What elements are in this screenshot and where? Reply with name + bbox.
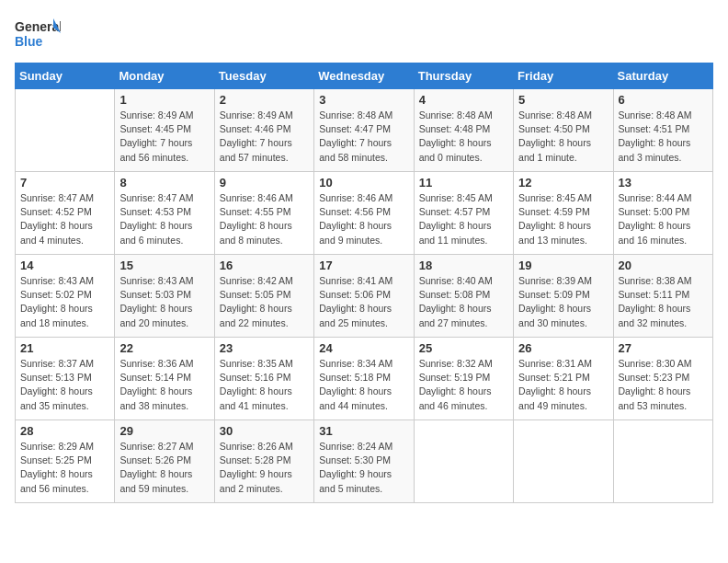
- day-number: 29: [119, 424, 209, 438]
- day-cell: 2Sunrise: 8:49 AM Sunset: 4:46 PM Daylig…: [214, 89, 313, 172]
- day-cell: 22Sunrise: 8:36 AM Sunset: 5:14 PM Dayli…: [115, 338, 214, 420]
- column-header-saturday: Saturday: [613, 63, 712, 89]
- day-info: Sunrise: 8:43 AM Sunset: 5:03 PM Dayligh…: [119, 274, 209, 330]
- day-cell: 26Sunrise: 8:31 AM Sunset: 5:21 PM Dayli…: [514, 338, 613, 420]
- day-cell: 10Sunrise: 8:46 AM Sunset: 4:56 PM Dayli…: [314, 172, 414, 255]
- day-number: 24: [319, 341, 408, 355]
- day-info: Sunrise: 8:47 AM Sunset: 4:52 PM Dayligh…: [20, 191, 109, 247]
- day-info: Sunrise: 8:47 AM Sunset: 4:53 PM Dayligh…: [119, 191, 209, 247]
- day-info: Sunrise: 8:44 AM Sunset: 5:00 PM Dayligh…: [619, 191, 708, 247]
- day-number: 12: [518, 176, 608, 190]
- day-info: Sunrise: 8:42 AM Sunset: 5:05 PM Dayligh…: [220, 274, 309, 330]
- calendar-table: SundayMondayTuesdayWednesdayThursdayFrid…: [15, 63, 713, 503]
- day-number: 6: [619, 93, 708, 107]
- day-info: Sunrise: 8:38 AM Sunset: 5:11 PM Dayligh…: [619, 274, 708, 330]
- day-number: 9: [220, 176, 309, 190]
- day-number: 19: [518, 259, 608, 272]
- day-number: 14: [20, 259, 109, 272]
- day-info: Sunrise: 8:40 AM Sunset: 5:08 PM Dayligh…: [419, 274, 508, 330]
- day-info: Sunrise: 8:49 AM Sunset: 4:45 PM Dayligh…: [119, 109, 209, 165]
- day-info: Sunrise: 8:30 AM Sunset: 5:23 PM Dayligh…: [619, 357, 708, 413]
- week-row-5: 28Sunrise: 8:29 AM Sunset: 5:25 PM Dayli…: [16, 420, 713, 503]
- day-cell: 13Sunrise: 8:44 AM Sunset: 5:00 PM Dayli…: [613, 172, 712, 255]
- day-number: 21: [20, 341, 109, 355]
- day-cell: 3Sunrise: 8:48 AM Sunset: 4:47 PM Daylig…: [314, 89, 414, 172]
- day-info: Sunrise: 8:46 AM Sunset: 4:55 PM Dayligh…: [220, 191, 309, 247]
- column-header-tuesday: Tuesday: [214, 63, 313, 89]
- day-number: 23: [220, 341, 309, 355]
- day-number: 5: [518, 93, 608, 107]
- day-number: 30: [220, 424, 309, 438]
- day-cell: 24Sunrise: 8:34 AM Sunset: 5:18 PM Dayli…: [314, 338, 414, 420]
- day-info: Sunrise: 8:48 AM Sunset: 4:47 PM Dayligh…: [319, 109, 408, 165]
- day-info: Sunrise: 8:48 AM Sunset: 4:48 PM Dayligh…: [419, 109, 508, 165]
- header-row: SundayMondayTuesdayWednesdayThursdayFrid…: [16, 63, 713, 89]
- day-number: 28: [20, 424, 109, 438]
- week-row-1: 1Sunrise: 8:49 AM Sunset: 4:45 PM Daylig…: [16, 89, 713, 172]
- day-info: Sunrise: 8:43 AM Sunset: 5:02 PM Dayligh…: [20, 274, 109, 330]
- day-cell: 7Sunrise: 8:47 AM Sunset: 4:52 PM Daylig…: [16, 172, 115, 255]
- day-cell: 30Sunrise: 8:26 AM Sunset: 5:28 PM Dayli…: [214, 420, 313, 503]
- day-number: 20: [619, 259, 708, 272]
- day-number: 1: [119, 93, 209, 107]
- day-number: 16: [220, 259, 309, 272]
- day-cell: 17Sunrise: 8:41 AM Sunset: 5:06 PM Dayli…: [314, 255, 414, 338]
- day-number: 13: [619, 176, 708, 190]
- logo: GeneralBlue: [15, 15, 61, 55]
- day-number: 10: [319, 176, 408, 190]
- week-row-4: 21Sunrise: 8:37 AM Sunset: 5:13 PM Dayli…: [16, 338, 713, 420]
- week-row-2: 7Sunrise: 8:47 AM Sunset: 4:52 PM Daylig…: [16, 172, 713, 255]
- day-cell: 20Sunrise: 8:38 AM Sunset: 5:11 PM Dayli…: [613, 255, 712, 338]
- day-cell: 4Sunrise: 8:48 AM Sunset: 4:48 PM Daylig…: [414, 89, 513, 172]
- day-number: 22: [119, 341, 209, 355]
- day-cell: 19Sunrise: 8:39 AM Sunset: 5:09 PM Dayli…: [514, 255, 613, 338]
- day-cell: 1Sunrise: 8:49 AM Sunset: 4:45 PM Daylig…: [115, 89, 214, 172]
- day-info: Sunrise: 8:46 AM Sunset: 4:56 PM Dayligh…: [319, 191, 408, 247]
- day-info: Sunrise: 8:35 AM Sunset: 5:16 PM Dayligh…: [220, 357, 309, 413]
- day-number: 18: [419, 259, 508, 272]
- column-header-sunday: Sunday: [16, 63, 115, 89]
- day-number: 8: [119, 176, 209, 190]
- day-cell: 6Sunrise: 8:48 AM Sunset: 4:51 PM Daylig…: [613, 89, 712, 172]
- day-cell: 21Sunrise: 8:37 AM Sunset: 5:13 PM Dayli…: [16, 338, 115, 420]
- day-cell: [16, 89, 115, 172]
- day-number: 26: [518, 341, 608, 355]
- day-info: Sunrise: 8:24 AM Sunset: 5:30 PM Dayligh…: [319, 440, 408, 496]
- header: GeneralBlue: [15, 15, 713, 55]
- day-number: 3: [319, 93, 408, 107]
- day-number: 15: [119, 259, 209, 272]
- column-header-monday: Monday: [115, 63, 214, 89]
- day-info: Sunrise: 8:29 AM Sunset: 5:25 PM Dayligh…: [20, 440, 109, 496]
- day-cell: 31Sunrise: 8:24 AM Sunset: 5:30 PM Dayli…: [314, 420, 414, 503]
- logo-icon: GeneralBlue: [15, 15, 61, 55]
- svg-text:Blue: Blue: [15, 34, 43, 49]
- day-cell: 23Sunrise: 8:35 AM Sunset: 5:16 PM Dayli…: [214, 338, 313, 420]
- day-number: 27: [619, 341, 708, 355]
- day-info: Sunrise: 8:27 AM Sunset: 5:26 PM Dayligh…: [119, 440, 209, 496]
- day-info: Sunrise: 8:31 AM Sunset: 5:21 PM Dayligh…: [518, 357, 608, 413]
- day-info: Sunrise: 8:49 AM Sunset: 4:46 PM Dayligh…: [220, 109, 309, 165]
- day-number: 25: [419, 341, 508, 355]
- day-info: Sunrise: 8:48 AM Sunset: 4:50 PM Dayligh…: [518, 109, 608, 165]
- day-info: Sunrise: 8:34 AM Sunset: 5:18 PM Dayligh…: [319, 357, 408, 413]
- day-cell: 28Sunrise: 8:29 AM Sunset: 5:25 PM Dayli…: [16, 420, 115, 503]
- day-cell: 16Sunrise: 8:42 AM Sunset: 5:05 PM Dayli…: [214, 255, 313, 338]
- column-header-wednesday: Wednesday: [314, 63, 414, 89]
- day-cell: [613, 420, 712, 503]
- day-info: Sunrise: 8:45 AM Sunset: 4:57 PM Dayligh…: [419, 191, 508, 247]
- day-info: Sunrise: 8:41 AM Sunset: 5:06 PM Dayligh…: [319, 274, 408, 330]
- day-info: Sunrise: 8:36 AM Sunset: 5:14 PM Dayligh…: [119, 357, 209, 413]
- day-cell: 5Sunrise: 8:48 AM Sunset: 4:50 PM Daylig…: [514, 89, 613, 172]
- day-number: 4: [419, 93, 508, 107]
- week-row-3: 14Sunrise: 8:43 AM Sunset: 5:02 PM Dayli…: [16, 255, 713, 338]
- day-cell: [414, 420, 513, 503]
- day-cell: 8Sunrise: 8:47 AM Sunset: 4:53 PM Daylig…: [115, 172, 214, 255]
- day-cell: 9Sunrise: 8:46 AM Sunset: 4:55 PM Daylig…: [214, 172, 313, 255]
- column-header-thursday: Thursday: [414, 63, 513, 89]
- day-cell: 27Sunrise: 8:30 AM Sunset: 5:23 PM Dayli…: [613, 338, 712, 420]
- day-info: Sunrise: 8:32 AM Sunset: 5:19 PM Dayligh…: [419, 357, 508, 413]
- day-info: Sunrise: 8:26 AM Sunset: 5:28 PM Dayligh…: [220, 440, 309, 496]
- day-info: Sunrise: 8:45 AM Sunset: 4:59 PM Dayligh…: [518, 191, 608, 247]
- day-info: Sunrise: 8:48 AM Sunset: 4:51 PM Dayligh…: [619, 109, 708, 165]
- day-info: Sunrise: 8:37 AM Sunset: 5:13 PM Dayligh…: [20, 357, 109, 413]
